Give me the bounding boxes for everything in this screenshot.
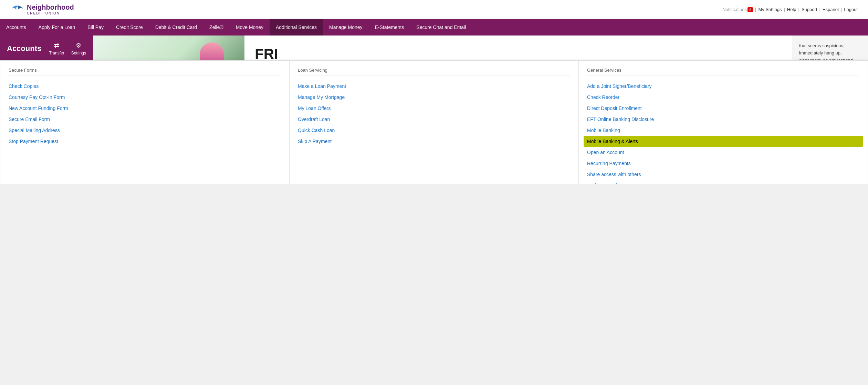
settings-action[interactable]: ⚙ Settings: [71, 42, 86, 55]
dropdown-special-mailing[interactable]: Special Mailing Address: [9, 125, 281, 136]
nav-secure-chat[interactable]: Secure Chat and Email: [410, 19, 472, 36]
nav-manage-money[interactable]: Manage Money: [323, 19, 369, 36]
dropdown-col-general-services: General Services Add a Joint Signer/Bene…: [579, 61, 868, 184]
dropdown-col-secure-forms: Secure Forms Check Copies Courtesy Pay O…: [0, 61, 290, 184]
dropdown-eft-disclosure[interactable]: EFT Online Banking Disclosure: [587, 114, 859, 125]
dropdown-check-reorder[interactable]: Check Reorder: [587, 92, 859, 103]
dropdown-recurring-payments[interactable]: Recurring Payments: [587, 158, 859, 169]
nav-apply-loan[interactable]: Apply For a Loan: [32, 19, 82, 36]
dropdown-manage-mortgage[interactable]: Manage My Mortgage: [298, 92, 570, 103]
help-link[interactable]: Help: [787, 7, 796, 12]
dropdown-stop-payment[interactable]: Stop Payment Request: [9, 136, 281, 147]
support-link[interactable]: Support: [802, 7, 817, 12]
nav-accounts[interactable]: Accounts: [0, 19, 32, 36]
main-nav: Accounts Apply For a Loan Bill Pay Credi…: [0, 19, 868, 36]
espanol-link[interactable]: Español: [823, 7, 839, 12]
accounts-actions: ⇄ Transfer ⚙ Settings: [49, 42, 86, 55]
transfer-action[interactable]: ⇄ Transfer: [49, 42, 64, 55]
dropdown-col-loan-servicing: Loan Servicing Make a Loan Payment Manag…: [290, 61, 579, 184]
nav-zelle[interactable]: Zelle®: [203, 19, 230, 36]
notification-badge: 6: [747, 7, 753, 12]
accounts-title: Accounts: [7, 44, 41, 53]
nav-bill-pay[interactable]: Bill Pay: [81, 19, 110, 36]
dropdown-open-account[interactable]: Open an Account: [587, 147, 859, 158]
logo-text: Neighborhood CREDIT UNION: [27, 3, 74, 15]
accounts-header: Accounts ⇄ Transfer ⚙ Settings: [0, 36, 93, 62]
dropdown-mobile-banking[interactable]: Mobile Banking: [587, 125, 859, 136]
my-settings-link[interactable]: My Settings: [758, 7, 782, 12]
bird-icon: [10, 4, 24, 14]
notifications-link[interactable]: Notifications6: [722, 7, 753, 12]
page-body: Secure Forms Check Copies Courtesy Pay O…: [0, 36, 868, 184]
dropdown-skip-payment[interactable]: Skip A Payment: [298, 136, 570, 147]
additional-services-dropdown: Secure Forms Check Copies Courtesy Pay O…: [0, 60, 868, 184]
dropdown-share-access[interactable]: Share access with others: [587, 169, 859, 180]
nav-credit-score[interactable]: Credit Score: [110, 19, 149, 36]
col-title-general-services: General Services: [587, 68, 859, 76]
col-title-secure-forms: Secure Forms: [9, 68, 281, 76]
top-nav-links: Notifications6 | My Settings | Help | Su…: [722, 7, 858, 12]
dropdown-loan-offers[interactable]: My Loan Offers: [298, 103, 570, 114]
banner-headline: FRI: [255, 46, 782, 62]
dropdown-update-info[interactable]: Update My Information: [587, 180, 859, 184]
dropdown-overdraft-loan[interactable]: Overdraft Loan: [298, 114, 570, 125]
dropdown-add-joint[interactable]: Add a Joint Signer/Beneficiary: [587, 81, 859, 92]
dropdown-check-copies[interactable]: Check Copies: [9, 81, 281, 92]
dropdown-courtesy-pay[interactable]: Courtesy Pay Opt-In Form: [9, 92, 281, 103]
dropdown-direct-deposit[interactable]: Direct Deposit Enrollment: [587, 103, 859, 114]
col-title-loan-servicing: Loan Servicing: [298, 68, 570, 76]
dropdown-new-account-funding[interactable]: New Account Funding Form: [9, 103, 281, 114]
dropdown-quick-cash-loan[interactable]: Quick Cash Loan: [298, 125, 570, 136]
settings-label: Settings: [71, 51, 86, 55]
logout-link[interactable]: Logout: [844, 7, 858, 12]
settings-icon: ⚙: [76, 42, 81, 49]
logo: Neighborhood CREDIT UNION: [10, 3, 74, 15]
transfer-icon: ⇄: [54, 42, 59, 49]
dropdown-mobile-banking-alerts[interactable]: Mobile Banking & Alerts: [584, 136, 863, 147]
dropdown-menu: Secure Forms Check Copies Courtesy Pay O…: [0, 60, 868, 184]
dropdown-secure-email[interactable]: Secure Email Form: [9, 114, 281, 125]
nav-debit-credit[interactable]: Debit & Credit Card: [149, 19, 203, 36]
nav-e-statements[interactable]: E-Statements: [369, 19, 410, 36]
top-bar: Neighborhood CREDIT UNION Notifications6…: [0, 0, 868, 19]
nav-move-money[interactable]: Move Money: [230, 19, 270, 36]
nav-additional-services[interactable]: Additional Services: [270, 19, 323, 36]
dropdown-make-loan-payment[interactable]: Make a Loan Payment: [298, 81, 570, 92]
transfer-label: Transfer: [49, 51, 64, 55]
